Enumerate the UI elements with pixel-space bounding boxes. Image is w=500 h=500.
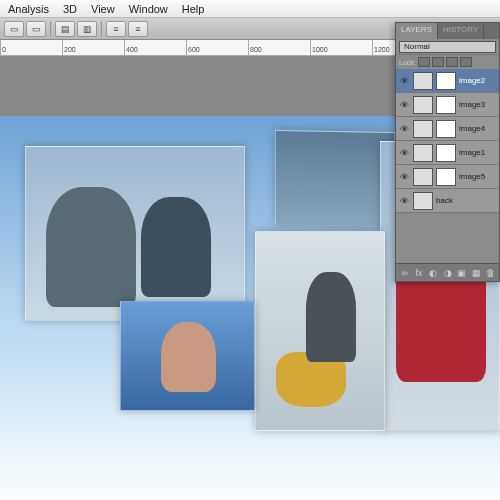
visibility-eye-icon[interactable]: 👁 <box>398 147 410 159</box>
mask-thumbnail[interactable] <box>436 96 456 114</box>
layer-name: back <box>436 196 453 205</box>
photo-image1[interactable] <box>25 146 245 321</box>
toolbar-separator <box>50 21 51 37</box>
layer-thumbnail[interactable] <box>413 120 433 138</box>
layer-row[interactable]: 👁image4 <box>396 117 499 141</box>
photo-image2[interactable] <box>120 301 255 411</box>
lock-transparency-icon[interactable] <box>418 57 430 67</box>
new-layer-icon[interactable]: ▦ <box>470 267 481 279</box>
tool-option-3[interactable]: ▤ <box>55 21 75 37</box>
tab-history[interactable]: HISTORY <box>438 23 484 39</box>
menu-view[interactable]: View <box>91 3 115 15</box>
layer-row[interactable]: 👁image3 <box>396 93 499 117</box>
visibility-eye-icon[interactable]: 👁 <box>398 123 410 135</box>
menubar: Analysis 3D View Window Help <box>0 0 500 18</box>
photo-image3[interactable] <box>255 231 385 431</box>
layer-name: image2 <box>459 76 485 85</box>
mask-thumbnail[interactable] <box>436 72 456 90</box>
visibility-eye-icon[interactable]: 👁 <box>398 99 410 111</box>
layer-thumbnail[interactable] <box>413 192 433 210</box>
layer-row[interactable]: 👁image1 <box>396 141 499 165</box>
mask-thumbnail[interactable] <box>436 144 456 162</box>
layer-list: 👁image2👁image3👁image4👁image1👁image5👁back <box>396 69 499 213</box>
mask-thumbnail[interactable] <box>436 168 456 186</box>
tab-layers[interactable]: LAYERS <box>396 23 438 39</box>
tool-option-5[interactable]: ≡ <box>106 21 126 37</box>
lock-label: Lock: <box>399 59 416 66</box>
layer-fx-icon[interactable]: fx <box>413 267 424 279</box>
layer-name: image1 <box>459 148 485 157</box>
menu-window[interactable]: Window <box>129 3 168 15</box>
menu-analysis[interactable]: Analysis <box>8 3 49 15</box>
ruler-label: 600 <box>188 46 200 53</box>
layer-thumbnail[interactable] <box>413 72 433 90</box>
menu-help[interactable]: Help <box>182 3 205 15</box>
visibility-eye-icon[interactable]: 👁 <box>398 171 410 183</box>
menu-3d[interactable]: 3D <box>63 3 77 15</box>
layer-name: image5 <box>459 172 485 181</box>
ruler-label: 200 <box>64 46 76 53</box>
layer-name: image3 <box>459 100 485 109</box>
tool-option-1[interactable]: ▭ <box>4 21 24 37</box>
lock-all-icon[interactable] <box>460 57 472 67</box>
ruler-label: 1200 <box>374 46 390 53</box>
panel-footer: ∞ fx ◐ ◑ ▣ ▦ 🗑 <box>396 263 499 281</box>
lock-pixels-icon[interactable] <box>432 57 444 67</box>
layer-thumbnail[interactable] <box>413 144 433 162</box>
ruler-label: 800 <box>250 46 262 53</box>
ruler-label: 400 <box>126 46 138 53</box>
visibility-eye-icon[interactable]: 👁 <box>398 195 410 207</box>
group-icon[interactable]: ▣ <box>456 267 467 279</box>
ruler-label: 1000 <box>312 46 328 53</box>
layer-row[interactable]: 👁image5 <box>396 165 499 189</box>
photo-image5[interactable] <box>275 130 395 227</box>
layer-row[interactable]: 👁image2 <box>396 69 499 93</box>
layer-mask-icon[interactable]: ◐ <box>428 267 439 279</box>
adjustment-layer-icon[interactable]: ◑ <box>442 267 453 279</box>
blend-mode-select[interactable]: Normal <box>399 41 496 53</box>
panel-tabs: LAYERS HISTORY <box>396 23 499 39</box>
lock-position-icon[interactable] <box>446 57 458 67</box>
layer-row[interactable]: 👁back <box>396 189 499 213</box>
tool-option-4[interactable]: ▥ <box>77 21 97 37</box>
tool-option-2[interactable]: ▭ <box>26 21 46 37</box>
lock-row: Lock: <box>396 55 499 69</box>
tool-option-6[interactable]: ≡ <box>128 21 148 37</box>
trash-icon[interactable]: 🗑 <box>485 267 496 279</box>
visibility-eye-icon[interactable]: 👁 <box>398 75 410 87</box>
layer-thumbnail[interactable] <box>413 168 433 186</box>
layer-thumbnail[interactable] <box>413 96 433 114</box>
toolbar-separator <box>101 21 102 37</box>
ruler-label: 0 <box>2 46 6 53</box>
link-layers-icon[interactable]: ∞ <box>399 267 410 279</box>
layers-panel: LAYERS HISTORY Normal Lock: 👁image2👁imag… <box>395 22 500 282</box>
layer-name: image4 <box>459 124 485 133</box>
mask-thumbnail[interactable] <box>436 120 456 138</box>
blend-mode-row: Normal <box>396 39 499 55</box>
